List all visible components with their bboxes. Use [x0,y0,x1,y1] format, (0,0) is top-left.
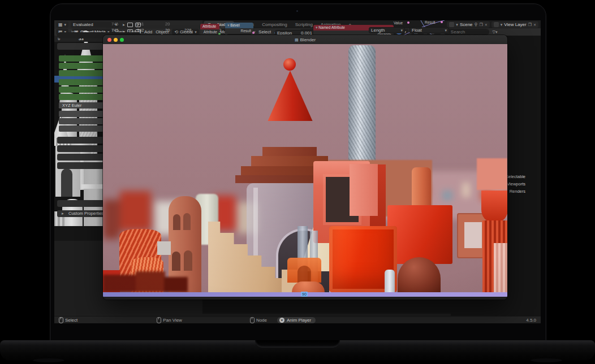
scene-red-cube [387,205,452,264]
left-mouse-icon [59,317,63,323]
status-select: Select [59,317,77,323]
window-title: Blender [300,37,316,42]
scene-striped-column [494,243,507,292]
laptop-foot [33,358,64,362]
laptop-foot [531,358,562,362]
status-node: Node [250,317,267,323]
scene-white-bottle [385,270,395,292]
scene-tier-1 [262,147,317,156]
scene-salmon-block [350,164,378,216]
copy-icon[interactable] [479,22,482,27]
outliner-search-input[interactable]: Search [444,29,489,35]
gray-ledge [81,184,105,189]
scene-far-right-block [477,158,507,190]
copy-icon[interactable] [528,22,532,27]
middle-mouse-icon [157,317,161,323]
gray-arch [61,168,72,197]
minimize-traffic-light[interactable] [114,38,118,42]
version-label: 4.5.0 [526,318,536,323]
close-icon[interactable] [485,22,488,27]
scene-crown [256,120,324,147]
blender-ui: 🟠 File Edit Render Window Help Layout La… [54,20,541,323]
scene-gray-cube [157,241,171,255]
webcam-dot [296,10,298,12]
ne-menu-select[interactable]: Select [258,29,271,34]
pin-icon[interactable] [475,22,478,27]
window-footer [103,297,507,300]
scene-selector[interactable]: Scene [447,21,489,28]
scene-foreground-silhouette [103,271,188,292]
render-scene [103,44,507,292]
chevron-down-icon [456,22,458,27]
zoom-traffic-light[interactable] [120,38,124,42]
document-icon [295,37,299,42]
scene-red-bowl [481,190,507,222]
right-mouse-icon [250,317,255,323]
tab-compositing[interactable]: Compositing [258,21,291,28]
close-icon[interactable] [533,22,536,27]
scene-spire-sphere [283,58,296,71]
chevron-down-icon [501,22,503,27]
laptop-notch [255,340,340,348]
status-bar: Select Pan View Node ✕Anim Player 4.5.0 [54,316,541,323]
current-frame-badge: 90 [301,292,308,297]
render-window[interactable]: Blender [103,35,507,300]
filter-funnel-button[interactable] [493,29,498,34]
view-layer-selector[interactable]: View Layer [491,21,538,28]
anim-player-button[interactable]: ✕Anim Player [277,317,316,323]
scene-icon [449,22,454,27]
status-pan-view: Pan View [157,317,182,323]
window-titlebar[interactable]: Blender [103,35,507,44]
scene-spire-cone [266,71,314,121]
scene-orange-sphere [292,281,325,292]
stop-icon[interactable]: ✕ [279,318,284,323]
close-traffic-light[interactable] [107,38,111,42]
view-layer-icon [494,22,499,27]
scene-chimney [348,45,376,165]
scene-orange-stool [287,258,321,283]
